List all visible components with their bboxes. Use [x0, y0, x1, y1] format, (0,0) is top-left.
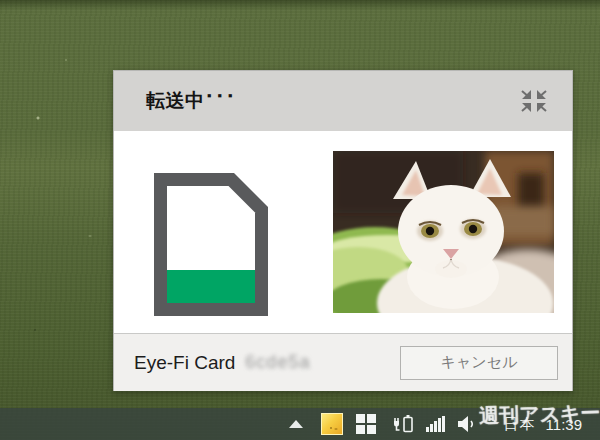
power-battery-icon[interactable]	[392, 414, 414, 434]
desktop-wallpaper: 転送中･･･	[0, 0, 600, 440]
transfer-dialog: 転送中･･･	[113, 70, 573, 391]
volume-icon[interactable]	[458, 416, 478, 432]
hidden-icons-chevron-up-icon[interactable]	[289, 420, 303, 428]
taskbar-clock[interactable]: 11:39	[546, 416, 582, 433]
dialog-footer: Eye-Fi Card 6cde5a キャンセル	[114, 333, 572, 391]
device-name-label: Eye-Fi Card	[134, 352, 235, 374]
windows-start-icon[interactable]	[356, 414, 376, 434]
sd-card-progress-icon	[154, 173, 268, 316]
eyefi-app-icon[interactable]	[321, 413, 343, 435]
dialog-content	[114, 131, 572, 333]
system-tray: 日本 11:39	[289, 408, 600, 440]
collapse-icon[interactable]	[520, 89, 548, 113]
dialog-title: 転送中･･･	[146, 88, 236, 114]
device-serial-blurred: 6cde5a	[245, 352, 310, 373]
language-indicator[interactable]: 日本	[504, 415, 536, 434]
cancel-button[interactable]: キャンセル	[400, 346, 558, 380]
network-signal-icon[interactable]	[426, 416, 446, 432]
dialog-header: 転送中･･･	[114, 71, 572, 131]
photo-thumbnail	[333, 151, 554, 313]
taskbar: 日本 11:39	[0, 408, 600, 440]
cat-photo	[333, 151, 554, 313]
